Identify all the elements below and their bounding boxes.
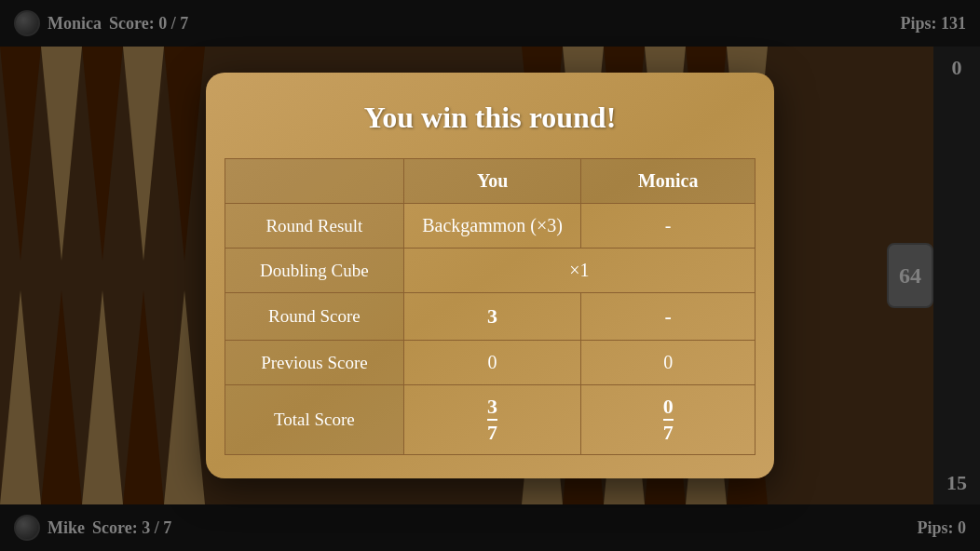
modal-title: You win this round! bbox=[225, 101, 755, 135]
previous-score-you: 0 bbox=[403, 341, 581, 385]
you-denominator: 7 bbox=[487, 421, 497, 443]
score-table: You Monica Round Result Backgammon (×3) … bbox=[225, 158, 755, 455]
round-score-you: 3 bbox=[403, 293, 581, 341]
total-score-row: Total Score 3 7 0 7 bbox=[225, 385, 755, 455]
total-score-opponent: 0 7 bbox=[581, 385, 755, 455]
opp-fraction: 0 7 bbox=[663, 396, 674, 443]
previous-score-opponent: 0 bbox=[581, 341, 755, 385]
doubling-cube-value: ×1 bbox=[403, 249, 755, 293]
round-score-label: Round Score bbox=[225, 293, 404, 341]
round-result-row: Round Result Backgammon (×3) - bbox=[225, 204, 755, 249]
opp-denominator: 7 bbox=[663, 421, 674, 443]
doubling-cube-label: Doubling Cube bbox=[225, 249, 404, 293]
previous-score-label: Previous Score bbox=[225, 341, 404, 385]
round-score-opponent: - bbox=[581, 293, 755, 341]
round-result-you: Backgammon (×3) bbox=[403, 204, 581, 249]
total-score-you: 3 7 bbox=[403, 385, 581, 455]
previous-score-row: Previous Score 0 0 bbox=[225, 341, 755, 385]
you-fraction: 3 7 bbox=[487, 396, 497, 443]
total-score-label: Total Score bbox=[225, 385, 404, 455]
you-numerator: 3 bbox=[487, 396, 497, 421]
col-you-header: You bbox=[403, 159, 581, 204]
round-result-label: Round Result bbox=[225, 204, 404, 249]
col-label-header bbox=[225, 159, 404, 204]
round-result-modal: You win this round! You Monica Round Res… bbox=[206, 73, 774, 478]
opp-numerator: 0 bbox=[663, 396, 674, 421]
modal-overlay: You win this round! You Monica Round Res… bbox=[0, 0, 980, 551]
round-result-opponent: - bbox=[581, 204, 755, 249]
round-score-row: Round Score 3 - bbox=[225, 293, 755, 341]
col-opponent-header: Monica bbox=[581, 159, 755, 204]
doubling-cube-row: Doubling Cube ×1 bbox=[225, 249, 755, 293]
